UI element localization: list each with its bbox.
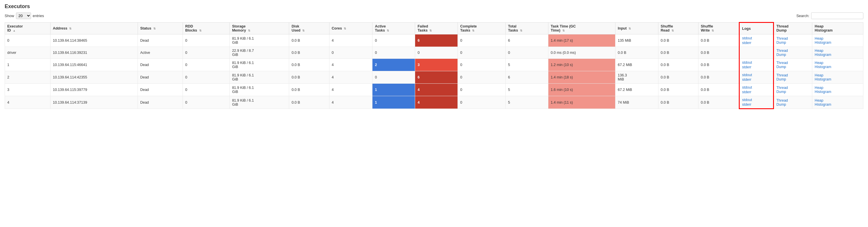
col-input[interactable]: Input ⇅ bbox=[615, 23, 658, 34]
thread-dump-link[interactable]: ThreadDump bbox=[776, 49, 788, 57]
table-cell: 1.4 min (18 s) bbox=[548, 71, 615, 84]
table-cell: 67.2 MiB bbox=[615, 59, 658, 71]
table-cell: 136.3MiB bbox=[615, 71, 658, 84]
col-total-tasks[interactable]: TotalTasks ⇅ bbox=[506, 23, 548, 34]
col-address[interactable]: Address ⇅ bbox=[50, 23, 137, 34]
log-link[interactable]: stderr bbox=[742, 41, 771, 45]
heap-histogram-cell: HeapHistogram bbox=[812, 71, 863, 84]
table-cell: 3 bbox=[415, 59, 458, 71]
heap-histogram-link[interactable]: HeapHistogram bbox=[814, 49, 831, 57]
logs-cell: stdoutstderr bbox=[739, 34, 774, 47]
table-cell: 0.0 B bbox=[698, 96, 739, 109]
col-status[interactable]: Status ⇅ bbox=[137, 23, 183, 34]
table-cell: 4 bbox=[415, 96, 458, 109]
log-link[interactable]: stderr bbox=[742, 65, 771, 69]
table-cell: Dead bbox=[137, 59, 183, 71]
thread-dump-link[interactable]: ThreadDump bbox=[776, 73, 788, 81]
table-header: ExecutorID ▲ Address ⇅ Status ⇅ RDDBlock… bbox=[5, 23, 863, 34]
log-link[interactable]: stderr bbox=[742, 90, 771, 94]
thread-dump-cell: ThreadDump bbox=[774, 34, 812, 47]
table-cell: 1.6 min (10 s) bbox=[548, 84, 615, 96]
table-cell: 2 bbox=[5, 71, 51, 84]
table-cell: 81.9 KiB / 6.1GiB bbox=[229, 59, 289, 71]
table-row: 310.139.64.115:39779Dead081.9 KiB / 6.1G… bbox=[5, 84, 863, 96]
log-link[interactable]: stdout bbox=[742, 36, 771, 40]
log-link[interactable]: stdout bbox=[742, 98, 771, 102]
table-cell: 6 bbox=[415, 34, 458, 47]
col-shuffle-write[interactable]: ShuffleWrite ⇅ bbox=[698, 23, 739, 34]
table-cell: 10.139.64.116:39231 bbox=[50, 47, 137, 59]
col-failed-tasks[interactable]: FailedTasks ⇅ bbox=[415, 23, 458, 34]
heap-histogram-cell: HeapHistogram bbox=[812, 96, 863, 109]
log-link[interactable]: stdout bbox=[742, 73, 771, 77]
table-cell: 0.0 B bbox=[698, 34, 739, 47]
thread-dump-link[interactable]: ThreadDump bbox=[776, 61, 788, 69]
log-link[interactable]: stdout bbox=[742, 61, 771, 65]
table-cell: 0 bbox=[183, 59, 229, 71]
table-cell: Dead bbox=[137, 71, 183, 84]
table-cell: 0 bbox=[329, 47, 372, 59]
search-input[interactable] bbox=[811, 12, 863, 19]
col-rdd-blocks[interactable]: RDDBlocks ⇅ bbox=[183, 23, 229, 34]
entries-label: entries bbox=[33, 13, 44, 18]
log-link[interactable]: stderr bbox=[742, 103, 771, 107]
thread-dump-link[interactable]: ThreadDump bbox=[776, 36, 788, 45]
col-task-time[interactable]: Task Time (GCTime) ⇅ bbox=[548, 23, 615, 34]
table-cell: 0.0 B bbox=[289, 47, 329, 59]
col-active-tasks[interactable]: ActiveTasks ⇅ bbox=[372, 23, 415, 34]
heap-histogram-cell: HeapHistogram bbox=[812, 84, 863, 96]
table-row: 010.139.64.114:38465Dead081.9 KiB / 6.1G… bbox=[5, 34, 863, 47]
col-cores[interactable]: Cores ⇅ bbox=[329, 23, 372, 34]
col-executor-id[interactable]: ExecutorID ▲ bbox=[5, 23, 51, 34]
table-cell: 0 bbox=[183, 71, 229, 84]
log-link[interactable]: stderr bbox=[742, 78, 771, 82]
table-cell: 81.9 KiB / 6.1GiB bbox=[229, 34, 289, 47]
heap-histogram-cell: HeapHistogram bbox=[812, 59, 863, 71]
table-cell: 0 bbox=[183, 96, 229, 109]
heap-histogram-cell: HeapHistogram bbox=[812, 47, 863, 59]
col-disk-used[interactable]: DiskUsed ⇅ bbox=[289, 23, 329, 34]
logs-cell: stdoutstderr bbox=[739, 96, 774, 109]
col-complete-tasks[interactable]: CompleteTasks ⇅ bbox=[458, 23, 506, 34]
col-shuffle-read[interactable]: ShuffleRead ⇅ bbox=[658, 23, 698, 34]
table-cell: 4 bbox=[329, 96, 372, 109]
thread-dump-cell: ThreadDump bbox=[774, 84, 812, 96]
table-cell: 4 bbox=[5, 96, 51, 109]
col-logs: Logs bbox=[739, 23, 774, 34]
table-cell: Dead bbox=[137, 96, 183, 109]
logs-cell bbox=[739, 47, 774, 59]
table-cell: 1 bbox=[372, 84, 415, 96]
table-cell: 0.0 B bbox=[698, 71, 739, 84]
table-cell: 6 bbox=[506, 71, 548, 84]
table-cell: 6 bbox=[415, 71, 458, 84]
table-cell: Active bbox=[137, 47, 183, 59]
log-link[interactable]: stdout bbox=[742, 85, 771, 89]
heap-histogram-link[interactable]: HeapHistogram bbox=[814, 73, 831, 81]
heap-histogram-link[interactable]: HeapHistogram bbox=[814, 61, 831, 69]
thread-dump-link[interactable]: ThreadDump bbox=[776, 99, 788, 107]
thread-dump-cell: ThreadDump bbox=[774, 71, 812, 84]
table-cell: driver bbox=[5, 47, 51, 59]
thread-dump-cell: ThreadDump bbox=[774, 47, 812, 59]
heap-histogram-link[interactable]: HeapHistogram bbox=[814, 86, 831, 94]
thread-dump-link[interactable]: ThreadDump bbox=[776, 86, 788, 94]
table-cell: 10.139.64.115:39779 bbox=[50, 84, 137, 96]
search-label: Search: bbox=[796, 13, 809, 18]
col-storage-memory[interactable]: StorageMemory ⇅ bbox=[229, 23, 289, 34]
heap-histogram-link[interactable]: HeapHistogram bbox=[814, 99, 831, 107]
entries-select[interactable]: 20 50 100 bbox=[16, 12, 31, 19]
table-cell: 0 bbox=[372, 71, 415, 84]
table-cell: 67.2 MiB bbox=[615, 84, 658, 96]
heap-histogram-link[interactable]: HeapHistogram bbox=[814, 36, 831, 45]
show-label: Show bbox=[5, 13, 14, 18]
table-cell: 0.0 B bbox=[698, 47, 739, 59]
table-row: 110.139.64.115:46641Dead081.9 KiB / 6.1G… bbox=[5, 59, 863, 71]
table-cell: 10.139.64.114:37139 bbox=[50, 96, 137, 109]
col-heap-histogram: HeapHistogram bbox=[812, 23, 863, 34]
table-cell: 1 bbox=[372, 96, 415, 109]
table-cell: 0.0 B bbox=[289, 71, 329, 84]
table-cell: 5 bbox=[506, 96, 548, 109]
table-cell: 0.0 B bbox=[289, 59, 329, 71]
table-cell: 0 bbox=[415, 47, 458, 59]
table-cell: Dead bbox=[137, 84, 183, 96]
